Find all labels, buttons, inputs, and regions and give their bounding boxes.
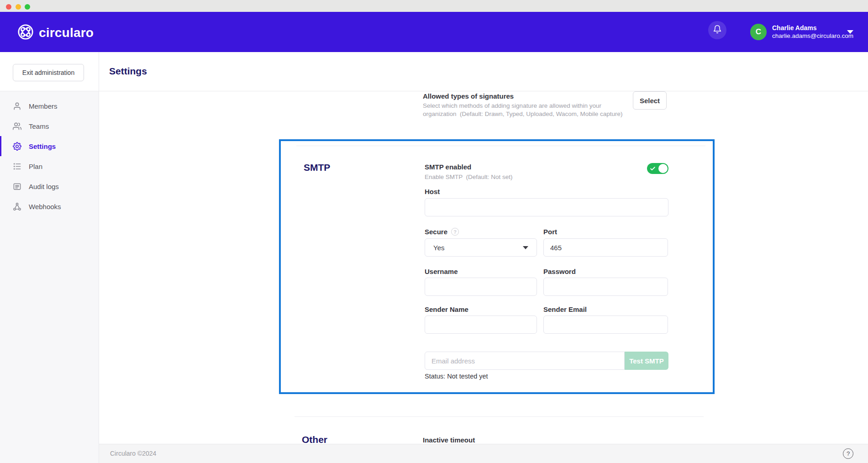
smtp-enabled-toggle[interactable] — [647, 163, 668, 174]
secure-label: Secure — [425, 228, 447, 236]
sidebar-item-teams[interactable]: Teams — [0, 116, 99, 136]
zoom-window-button[interactable] — [25, 4, 30, 10]
page-title-row: Settings — [99, 52, 868, 91]
sidebar-item-label: Teams — [29, 122, 49, 130]
secure-label-row: Secure ? — [425, 228, 459, 236]
macos-titlebar — [0, 0, 868, 12]
sidebar-item-members[interactable]: Members — [0, 96, 99, 116]
sidebar-item-label: Webhooks — [29, 203, 61, 210]
host-label: Host — [425, 188, 440, 195]
signatures-setting-description: Select which methods of adding signature… — [423, 102, 622, 118]
signatures-select-button[interactable]: Select — [633, 91, 667, 110]
check-icon — [650, 165, 656, 171]
sidebar-menu: Members Teams Settings Plan Audit logs — [0, 96, 99, 216]
copyright-text: Circularo ©2024 — [110, 450, 156, 457]
gear-icon — [13, 142, 21, 151]
close-window-button[interactable] — [6, 4, 11, 10]
smtp-enabled-label: SMTP enabled — [425, 163, 471, 171]
list-icon — [13, 162, 21, 171]
sender-name-input[interactable] — [425, 316, 537, 334]
log-box-icon — [13, 182, 21, 191]
footer: Circularo ©2024 ? — [99, 444, 868, 463]
sidebar-item-audit-logs[interactable]: Audit logs — [0, 176, 99, 196]
nodes-icon — [13, 202, 21, 211]
user-menu[interactable]: Charlie Adams charlie.adams@circularo.co… — [772, 24, 853, 40]
sender-name-label: Sender Name — [425, 305, 468, 313]
sender-email-input[interactable] — [543, 316, 668, 334]
toggle-knob — [658, 164, 668, 173]
sidebar-item-label: Settings — [29, 142, 56, 150]
app-window: circularo C Charlie Adams charlie.adams@… — [0, 0, 868, 463]
dropdown-caret-icon — [523, 246, 528, 249]
secure-selected-value: Yes — [433, 244, 444, 252]
sidebar-item-label: Audit logs — [29, 183, 59, 190]
smtp-test-row: Test SMTP — [425, 352, 668, 370]
notifications-button[interactable] — [708, 21, 726, 39]
secure-select[interactable]: Yes — [425, 238, 537, 257]
circularo-logo[interactable]: circularo — [17, 24, 94, 42]
sidebar-item-webhooks[interactable]: Webhooks — [0, 196, 99, 216]
avatar-initial: C — [756, 27, 761, 37]
smtp-heading: SMTP — [304, 162, 330, 173]
inactive-timeout-label: Inactive timeout — [423, 436, 475, 444]
chevron-down-icon[interactable] — [847, 30, 853, 34]
username-input[interactable] — [425, 278, 537, 296]
sidebar-item-label: Members — [29, 102, 58, 110]
port-label: Port — [543, 228, 557, 236]
signatures-setting-title: Allowed types of signatures — [423, 92, 514, 100]
section-divider — [295, 416, 704, 417]
admin-sidebar: Exit administration Members Teams Settin… — [0, 52, 99, 463]
smtp-test-status: Status: Not tested yet — [425, 373, 488, 380]
page-title: Settings — [109, 66, 147, 77]
brand-wordmark: circularo — [39, 26, 94, 40]
smtp-enabled-help: Enable SMTP (Default: Not set) — [425, 173, 513, 181]
sidebar-item-label: Plan — [29, 163, 42, 170]
user-name: Charlie Adams — [772, 24, 853, 32]
help-tooltip-icon[interactable]: ? — [451, 228, 459, 236]
username-label: Username — [425, 268, 458, 275]
settings-content: Allowed types of signatures Select which… — [99, 91, 868, 444]
sender-email-label: Sender Email — [543, 305, 587, 313]
section-divider — [296, 146, 705, 146]
people-icon — [13, 122, 21, 131]
help-icon[interactable]: ? — [843, 448, 853, 459]
bell-icon — [713, 25, 722, 36]
other-heading: Other — [302, 434, 327, 444]
password-label: Password — [543, 268, 576, 275]
user-avatar[interactable]: C — [750, 24, 767, 40]
password-input[interactable] — [543, 278, 668, 296]
exit-administration-button[interactable]: Exit administration — [13, 64, 84, 81]
sidebar-top: Exit administration — [0, 52, 99, 91]
test-email-input[interactable] — [425, 352, 625, 370]
port-input[interactable] — [543, 238, 668, 257]
minimize-window-button[interactable] — [16, 4, 21, 10]
test-smtp-button[interactable]: Test SMTP — [625, 352, 668, 370]
sidebar-item-plan[interactable]: Plan — [0, 156, 99, 176]
smtp-section-highlight: SMTP SMTP enabled Enable SMTP (Default: … — [279, 139, 715, 394]
active-indicator — [0, 136, 1, 156]
user-email: charlie.adams@circularo.com — [772, 32, 853, 40]
sidebar-item-settings[interactable]: Settings — [0, 136, 99, 156]
circularo-logo-icon — [17, 24, 34, 42]
person-icon — [13, 102, 21, 110]
app-header: circularo C Charlie Adams charlie.adams@… — [0, 12, 868, 52]
host-input[interactable] — [425, 198, 668, 216]
